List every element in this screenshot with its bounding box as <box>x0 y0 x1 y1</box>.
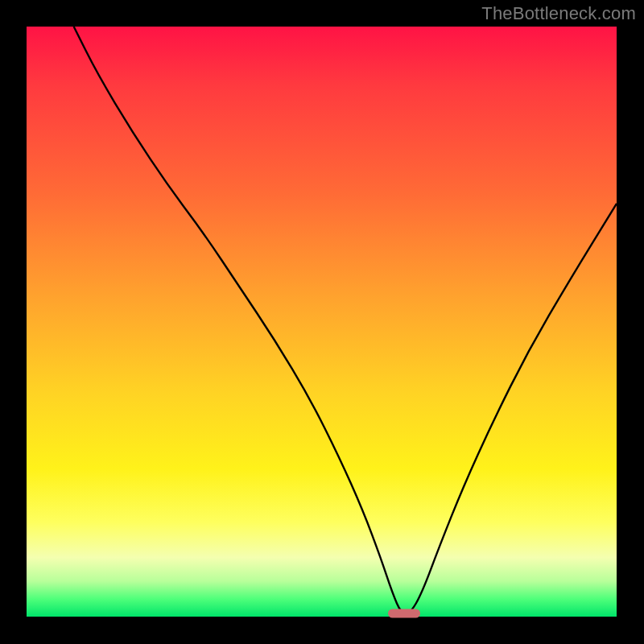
optimal-marker <box>388 609 420 618</box>
bottleneck-curve <box>74 27 617 613</box>
watermark-text: TheBottleneck.com <box>481 3 636 24</box>
chart-frame: TheBottleneck.com <box>0 0 644 644</box>
curve-svg <box>27 27 617 617</box>
chart-plot-area <box>27 27 617 617</box>
